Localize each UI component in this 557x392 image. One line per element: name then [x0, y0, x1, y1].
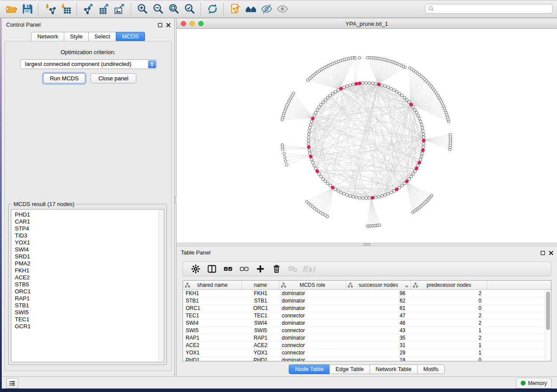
zoom-window-icon[interactable] — [198, 21, 204, 26]
close-panel-icon[interactable] — [166, 21, 171, 29]
mcds-result-item[interactable]: ACE2 — [15, 274, 164, 281]
mcds-node[interactable] — [316, 170, 319, 173]
network-node[interactable] — [403, 96, 406, 99]
export-image-icon[interactable] — [112, 2, 128, 16]
save-icon[interactable] — [19, 2, 35, 16]
table-row[interactable]: SWI4SWI4dominator462 — [183, 320, 551, 327]
network-node[interactable] — [355, 196, 358, 199]
network-node[interactable] — [346, 193, 349, 196]
network-node[interactable] — [349, 84, 352, 87]
tab-style[interactable]: Style — [64, 32, 89, 41]
network-node[interactable] — [421, 152, 424, 155]
network-node[interactable] — [420, 123, 423, 126]
column-header-shared-name[interactable]: shared name — [183, 281, 242, 289]
table-row[interactable]: PHD1PHD1dominator180 — [183, 357, 551, 361]
mcds-result-item[interactable]: PHD1 — [15, 211, 164, 218]
satellite-node[interactable] — [366, 56, 369, 59]
network-node[interactable] — [410, 175, 413, 178]
network-node[interactable] — [381, 84, 384, 87]
mcds-result-item[interactable]: GCR1 — [15, 323, 164, 330]
refresh-icon[interactable] — [204, 2, 220, 16]
network-node[interactable] — [398, 186, 401, 189]
network-node[interactable] — [316, 109, 319, 112]
satellite-node[interactable] — [281, 148, 284, 151]
network-node[interactable] — [387, 86, 390, 89]
network-node[interactable] — [365, 82, 368, 85]
float-panel-icon[interactable] — [540, 249, 545, 257]
tab-network[interactable]: Network — [31, 32, 64, 41]
column-header-predecessor-nodes[interactable]: predecessor nodes — [411, 281, 487, 289]
mcds-node[interactable] — [410, 103, 413, 106]
network-node[interactable] — [419, 120, 422, 123]
zoom-fit-icon[interactable] — [166, 2, 182, 16]
network-node[interactable] — [308, 130, 311, 133]
close-panel-icon[interactable] — [549, 249, 554, 257]
mcds-result-item[interactable]: PMA2 — [15, 260, 164, 267]
network-node[interactable] — [346, 85, 349, 88]
table-row[interactable]: FKH1FKH1dominator962 — [183, 290, 551, 297]
network-node[interactable] — [403, 182, 406, 185]
mcds-node[interactable] — [422, 139, 425, 142]
column-header-name[interactable]: name — [242, 281, 279, 289]
network-node[interactable] — [401, 94, 404, 97]
network-node[interactable] — [374, 83, 377, 86]
mcds-node[interactable] — [418, 161, 421, 164]
network-node[interactable] — [349, 195, 352, 198]
network-node[interactable] — [384, 193, 387, 196]
minimize-window-icon[interactable] — [190, 21, 195, 26]
network-node[interactable] — [390, 191, 393, 194]
mcds-node[interactable] — [355, 82, 358, 85]
export-network-icon[interactable] — [80, 2, 96, 16]
network-node[interactable] — [393, 189, 396, 193]
network-node[interactable] — [361, 82, 364, 85]
network-node[interactable] — [352, 83, 355, 86]
network-node[interactable] — [408, 178, 411, 181]
satellite-node[interactable] — [430, 194, 433, 197]
mcds-node[interactable] — [395, 188, 398, 191]
network-node[interactable] — [414, 170, 417, 173]
network-node[interactable] — [415, 111, 418, 114]
run-mcds-button[interactable]: Run MCDS — [43, 73, 85, 83]
table-row[interactable]: ACE2ACE2connector311 — [183, 342, 551, 349]
mcds-result-item[interactable]: SRD1 — [15, 253, 164, 260]
table-row[interactable]: STB1STB1dominator620 — [183, 297, 551, 305]
network-node[interactable] — [318, 172, 321, 175]
network-node[interactable] — [422, 142, 426, 145]
mcds-node[interactable] — [422, 149, 425, 152]
mcds-node[interactable] — [331, 186, 334, 189]
tab-network-table[interactable]: Network Table — [370, 364, 418, 374]
network-node[interactable] — [374, 196, 377, 199]
mcds-result-item[interactable]: ORC1 — [15, 288, 164, 295]
add-row-icon[interactable] — [252, 263, 268, 275]
network-node[interactable] — [307, 136, 310, 139]
mcds-node[interactable] — [415, 167, 418, 170]
table-scrollbar-thumb[interactable] — [546, 292, 550, 330]
table-row[interactable]: YOX1YOX1connector291 — [183, 349, 551, 357]
close-window-icon[interactable] — [181, 21, 186, 26]
mcds-node[interactable] — [377, 83, 381, 86]
network-node[interactable] — [422, 133, 425, 136]
network-node[interactable] — [308, 149, 311, 152]
network-node[interactable] — [422, 146, 425, 149]
mcds-result-item[interactable]: STB5 — [15, 281, 164, 288]
network-node[interactable] — [314, 111, 317, 114]
import-network-icon[interactable] — [42, 2, 58, 16]
tab-motifs[interactable]: Motifs — [417, 364, 445, 374]
select-all-icon[interactable] — [220, 263, 236, 275]
satellite-node[interactable] — [408, 67, 411, 69]
satellite-node[interactable] — [283, 152, 285, 155]
network-node[interactable] — [387, 193, 390, 196]
tab-node-table[interactable]: Node Table — [289, 364, 330, 374]
network-node[interactable] — [395, 90, 398, 93]
search-input[interactable] — [434, 4, 552, 13]
network-node[interactable] — [313, 164, 316, 167]
satellite-node[interactable] — [326, 215, 329, 218]
mcds-result-item[interactable]: SWI5 — [15, 309, 164, 316]
network-node[interactable] — [308, 126, 311, 129]
network-node[interactable] — [337, 189, 340, 193]
network-node[interactable] — [422, 130, 425, 133]
network-node[interactable] — [326, 96, 329, 99]
gear-icon[interactable] — [187, 263, 204, 275]
network-window-titlebar[interactable]: YPA_prune.txt_1 — [176, 19, 557, 29]
network-node[interactable] — [408, 101, 411, 104]
